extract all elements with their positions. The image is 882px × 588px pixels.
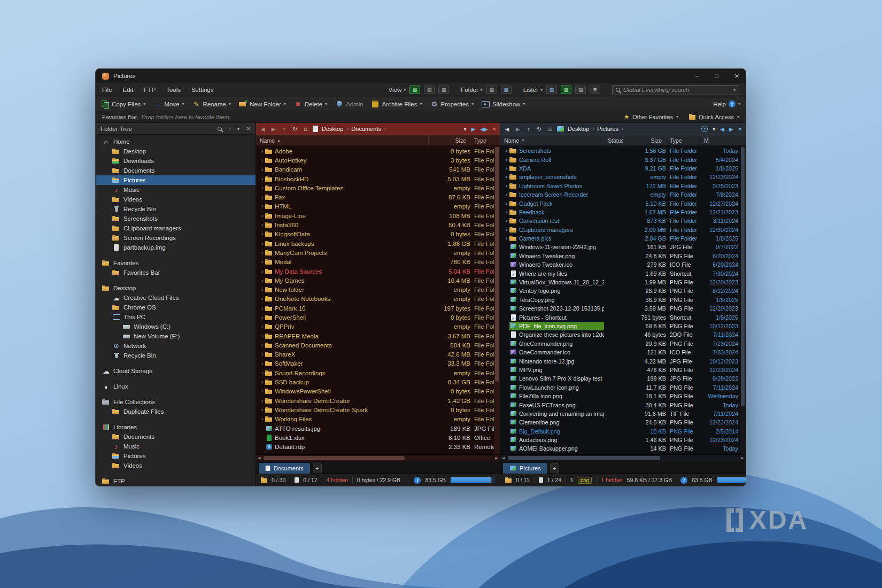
tree-item[interactable]: Linux <box>96 382 256 391</box>
file-row[interactable]: Adobe 0 bytes File Folder <box>256 146 494 156</box>
tree-item[interactable]: Documents <box>96 432 256 442</box>
toolbar-button[interactable]: Delete ▾ <box>294 100 327 108</box>
file-row[interactable]: PDF_file_icon.svg.png 59.8 KB PNG File 1… <box>500 322 740 330</box>
view-thumbnails-button[interactable]: ▦ <box>409 86 420 94</box>
expand-chevron-icon[interactable] <box>259 185 265 191</box>
help-icon[interactable] <box>729 100 736 107</box>
scroll-right-icon[interactable] <box>739 455 746 461</box>
toolbar-button[interactable]: Properties ▾ <box>430 100 474 108</box>
expand-chevron-icon[interactable] <box>259 195 265 200</box>
file-row[interactable]: Custom Office Templates empty File Folde… <box>256 183 494 192</box>
file-row[interactable]: FileZilla icon.png 18.1 KB PNG File Wedn… <box>500 392 740 400</box>
breadcrumb-segment[interactable]: Desktop <box>568 126 589 132</box>
tree-item[interactable]: Recycle Bin <box>96 351 256 360</box>
file-row[interactable]: Ventoy logo.png 28.9 KB PNG File 8/12/20… <box>500 287 740 295</box>
documents-horizontal-scrollbar[interactable] <box>256 454 500 461</box>
tree-item[interactable]: Downloads <box>96 156 256 166</box>
up-icon[interactable] <box>525 126 532 132</box>
lister-dual-button[interactable]: ▦ <box>561 86 571 94</box>
file-row[interactable]: OneCommander.png 20.9 KB PNG File 7/23/2… <box>500 339 740 348</box>
toolbar-button[interactable]: Admin ▾ <box>335 100 363 108</box>
file-row[interactable]: Bandicam 541 MB File Folder <box>256 165 494 174</box>
file-row[interactable]: XDA 9.21 GB File Folder 1/8/2025 <box>500 164 740 173</box>
expand-chevron-icon[interactable] <box>259 306 265 311</box>
scroll-left-icon[interactable] <box>500 455 507 461</box>
scrollbar-thumb[interactable] <box>741 147 745 406</box>
file-row[interactable]: Insta360 50.4 KB File Folder <box>256 220 494 229</box>
file-row[interactable]: ATTO results.jpg 189 KB JPG File <box>256 424 494 433</box>
lister-single-button[interactable]: ▥ <box>546 86 557 94</box>
file-row[interactable]: Default.rdp 2.33 KB Remote <box>256 443 494 452</box>
tree-item[interactable]: Recycle Bin <box>96 204 256 214</box>
file-row[interactable]: Lenovo Slim 7 Pro X display test 1.jpg 1… <box>500 374 740 383</box>
tree-item[interactable]: Home <box>96 137 256 146</box>
pane-close-icon[interactable] <box>492 126 497 132</box>
view-list-button[interactable]: ▥ <box>438 86 449 94</box>
tree-item[interactable]: Duplicate Files <box>96 407 256 416</box>
pane-left-icon[interactable] <box>720 126 724 132</box>
column-header-size[interactable]: Size <box>623 135 666 145</box>
tree-item[interactable]: Music <box>96 442 256 451</box>
toolbar-button-caret-icon[interactable]: ▾ <box>471 102 474 106</box>
expand-chevron-icon[interactable] <box>504 183 509 189</box>
home-icon[interactable] <box>302 125 309 133</box>
refresh-icon[interactable] <box>536 126 543 133</box>
forward-icon[interactable] <box>514 126 521 132</box>
file-row[interactable]: BioshockHD 5.03 MB File Folder <box>256 174 494 183</box>
expand-chevron-icon[interactable] <box>259 334 265 339</box>
toolbar-button-caret-icon[interactable]: ▾ <box>182 102 184 106</box>
file-row[interactable]: PCMark 10 197 bytes File Folder <box>256 304 494 313</box>
documents-vertical-scrollbar[interactable] <box>494 146 500 454</box>
menu-item[interactable]: Edit <box>123 87 134 93</box>
expand-chevron-icon[interactable] <box>259 176 265 182</box>
menu-item[interactable]: File <box>102 87 112 93</box>
path-dropdown-caret-icon[interactable] <box>463 126 466 132</box>
maximize-button[interactable] <box>715 72 718 80</box>
tree-item[interactable]: Screen Recordings <box>96 233 256 243</box>
new-tab-button[interactable]: + <box>550 463 559 473</box>
toolbar-button-caret-icon[interactable]: ▾ <box>523 102 525 106</box>
file-row[interactable]: REAPER Media 3.67 MB File Folder <box>256 331 494 341</box>
expand-chevron-icon[interactable] <box>259 167 265 172</box>
file-row[interactable]: Screenshot 2023-12-20 153135.png 3.59 MB… <box>500 304 740 313</box>
expand-chevron-icon[interactable] <box>504 148 509 153</box>
file-row[interactable]: Winaero Tweaker.png 24.8 KB PNG File 6/2… <box>500 252 740 260</box>
tree-item[interactable]: New Volume (E:) <box>96 331 256 341</box>
expand-chevron-icon[interactable] <box>259 149 265 154</box>
help-button[interactable]: Help <box>713 101 726 107</box>
expand-chevron-icon[interactable] <box>504 201 509 206</box>
back-icon[interactable] <box>504 126 510 132</box>
expand-chevron-icon[interactable] <box>504 236 509 241</box>
tree-item[interactable]: FTP <box>96 476 256 486</box>
folder-panel-button[interactable]: ▦ <box>501 86 512 94</box>
file-row[interactable]: ManyCam Projects empty File Folder <box>256 248 494 257</box>
file-row[interactable]: TeraCopy.png 36.9 KB PNG File 1/8/2025 <box>500 296 740 304</box>
quick-access-dropdown[interactable]: Quick Access▾ <box>689 114 739 120</box>
tree-item[interactable]: Videos <box>96 195 256 204</box>
tree-item[interactable]: This PC <box>96 312 256 322</box>
expand-chevron-icon[interactable] <box>259 361 265 366</box>
file-row[interactable]: CLipboard managers 2.09 MB File Folder 1… <box>500 226 740 234</box>
file-row[interactable]: Where are my files 1.69 KB Shortcut 7/30… <box>500 269 740 277</box>
file-row[interactable]: AOMEI Backupper.png 14 KB PNG File Today <box>500 444 740 453</box>
minimize-button[interactable] <box>695 72 699 80</box>
expand-chevron-icon[interactable] <box>259 380 265 385</box>
expand-chevron-icon[interactable] <box>504 218 509 223</box>
file-row[interactable]: ShareX 42.6 MB File Folder <box>256 350 494 359</box>
expand-chevron-icon[interactable] <box>259 398 265 404</box>
file-row[interactable]: Organize these pictures into t.2do 46 by… <box>500 330 740 339</box>
column-header-modified[interactable]: M <box>700 135 740 145</box>
file-row[interactable]: Scanned Documents 504 KB File Folder <box>256 341 494 350</box>
scrollbar-thumb[interactable] <box>264 456 405 460</box>
file-row[interactable]: Icecream Screen Recorder empty File Fold… <box>500 190 740 199</box>
file-row[interactable]: Converting and renaming an image.tif 91.… <box>500 409 740 418</box>
tree-item[interactable]: Documents <box>96 166 256 175</box>
expand-chevron-icon[interactable] <box>504 174 509 180</box>
home-icon[interactable] <box>546 125 553 133</box>
tree-search-icon[interactable] <box>218 127 222 131</box>
file-row[interactable]: EaseUS PCTrans.png 30.4 KB PNG File Toda… <box>500 400 740 409</box>
expand-chevron-icon[interactable] <box>259 231 265 237</box>
close-button[interactable] <box>734 72 739 80</box>
file-row[interactable]: My Data Sources 5.04 KB File Folder <box>256 267 494 276</box>
expand-chevron-icon[interactable] <box>259 287 265 292</box>
